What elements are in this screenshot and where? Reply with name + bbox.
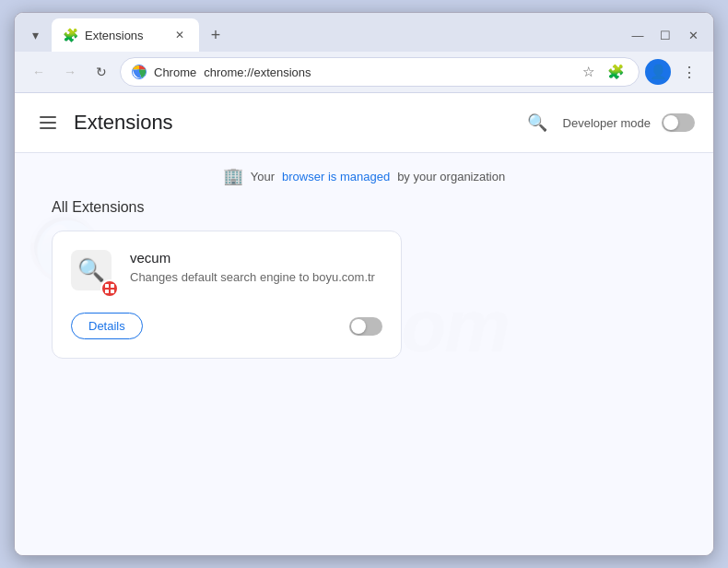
extensions-header: Extensions 🔍 Developer mode xyxy=(15,93,713,153)
managed-notice-suffix: by your organization xyxy=(397,170,505,183)
profile-button[interactable]: 👤 xyxy=(645,59,671,85)
svg-rect-5 xyxy=(111,290,114,293)
extension-info: vecum Changes default search engine to b… xyxy=(130,250,382,286)
developer-mode-toggle[interactable] xyxy=(662,113,695,132)
title-bar: ▾ 🧩 Extensions ✕ + — ☐ ✕ xyxy=(15,13,713,52)
extension-card-bottom: Details xyxy=(71,313,382,339)
header-right: 🔍 Developer mode xyxy=(523,108,695,137)
chrome-logo-icon xyxy=(132,65,147,79)
tab-list-button[interactable]: ▾ xyxy=(22,22,48,48)
tab-bar-left: ▾ 🧩 Extensions ✕ + xyxy=(22,18,229,52)
chrome-menu-button[interactable]: ⋮ xyxy=(676,59,702,85)
tab-favicon: 🧩 xyxy=(63,28,77,42)
tab-title: Extensions xyxy=(85,29,164,42)
all-extensions-label: All Extensions xyxy=(52,199,676,216)
extensions-section: 🔍 risk.com All Extensions 🔍 xyxy=(15,199,713,396)
address-url: chrome://extensions xyxy=(204,65,569,79)
managed-notice-prefix: Your xyxy=(251,170,275,183)
address-bar[interactable]: Chrome chrome://extensions ☆ 🧩 xyxy=(120,57,640,87)
svg-rect-2 xyxy=(105,284,109,288)
omnibar: ← → ↻ Chrome chrome://extensions ☆ 🧩 👤 ⋮ xyxy=(15,52,713,93)
building-icon: 🏢 xyxy=(223,166,243,186)
window-controls: — ☐ ✕ xyxy=(625,22,706,48)
managed-notice: 🏢 Your browser is managed by your organi… xyxy=(15,153,713,199)
back-button[interactable]: ← xyxy=(26,59,52,85)
page-content: Extensions 🔍 Developer mode 🏢 Your brows… xyxy=(15,93,713,555)
address-icons: ☆ 🧩 xyxy=(576,60,628,84)
svg-rect-4 xyxy=(105,290,109,293)
forward-button[interactable]: → xyxy=(57,59,83,85)
extension-name: vecum xyxy=(130,250,382,266)
maximize-button[interactable]: ☐ xyxy=(652,22,678,48)
grid-icon xyxy=(105,284,114,293)
extensions-puzzle-button[interactable]: 🧩 xyxy=(604,60,628,84)
extension-toggle-knob xyxy=(351,319,366,334)
browser-window: ▾ 🧩 Extensions ✕ + — ☐ ✕ ← → ↻ xyxy=(14,12,714,556)
chrome-brand-label: Chrome xyxy=(154,65,196,79)
tab-close-button[interactable]: ✕ xyxy=(171,27,188,43)
search-button[interactable]: 🔍 xyxy=(523,108,552,137)
page-title: Extensions xyxy=(74,111,173,135)
new-tab-button[interactable]: + xyxy=(203,22,229,48)
toggle-knob xyxy=(663,115,678,130)
extension-icon-badge xyxy=(100,279,119,298)
developer-mode-label: Developer mode xyxy=(563,116,651,130)
reload-button[interactable]: ↻ xyxy=(88,59,114,85)
details-button[interactable]: Details xyxy=(71,313,143,339)
bookmark-button[interactable]: ☆ xyxy=(576,60,600,84)
svg-rect-3 xyxy=(111,284,114,288)
extension-icon-wrapper: 🔍 xyxy=(71,250,115,294)
extension-description: Changes default search engine to boyu.co… xyxy=(130,269,382,286)
hamburger-button[interactable] xyxy=(33,108,63,137)
extension-card: 🔍 vecum xyxy=(52,231,402,359)
extension-card-top: 🔍 vecum xyxy=(71,250,382,294)
managed-notice-link[interactable]: browser is managed xyxy=(282,170,390,183)
extension-toggle[interactable] xyxy=(349,317,382,336)
active-tab: 🧩 Extensions ✕ xyxy=(52,18,199,52)
minimize-button[interactable]: — xyxy=(625,22,651,48)
close-button[interactable]: ✕ xyxy=(680,22,706,48)
